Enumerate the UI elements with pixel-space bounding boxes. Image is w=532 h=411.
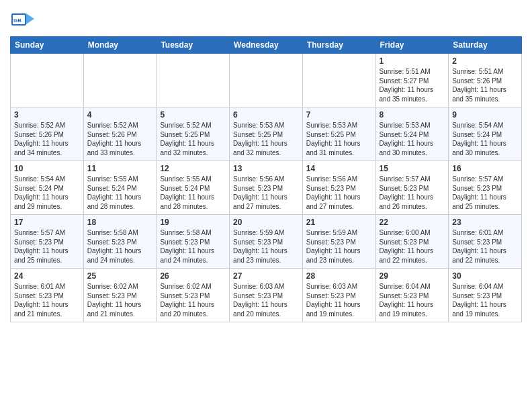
- day-info: Sunrise: 5:58 AM Sunset: 5:23 PM Dayligh…: [160, 228, 226, 265]
- calendar-day-cell: 5Sunrise: 5:52 AM Sunset: 5:25 PM Daylig…: [157, 107, 230, 161]
- day-info: Sunrise: 5:53 AM Sunset: 5:24 PM Dayligh…: [380, 121, 445, 157]
- day-number: 2: [452, 56, 518, 66]
- day-number: 29: [380, 271, 445, 281]
- calendar: SundayMondayTuesdayWednesdayThursdayFrid…: [10, 36, 522, 322]
- svg-text:GB: GB: [13, 17, 21, 24]
- calendar-day-cell: 27Sunrise: 6:03 AM Sunset: 5:23 PM Dayli…: [230, 269, 303, 322]
- day-number: 11: [87, 164, 153, 173]
- calendar-day-cell: 28Sunrise: 6:03 AM Sunset: 5:23 PM Dayli…: [302, 269, 375, 322]
- calendar-day-cell: 16Sunrise: 5:57 AM Sunset: 5:23 PM Dayli…: [449, 161, 522, 215]
- day-number: 23: [452, 218, 518, 227]
- day-number: 16: [452, 164, 518, 173]
- day-number: 3: [14, 110, 80, 120]
- day-info: Sunrise: 5:58 AM Sunset: 5:23 PM Dayligh…: [87, 228, 153, 265]
- logo: GB: [10, 7, 37, 31]
- day-number: 27: [233, 271, 299, 281]
- day-info: Sunrise: 5:53 AM Sunset: 5:25 PM Dayligh…: [233, 121, 299, 157]
- calendar-day-cell: 25Sunrise: 6:02 AM Sunset: 5:23 PM Dayli…: [83, 269, 157, 322]
- day-info: Sunrise: 5:51 AM Sunset: 5:27 PM Dayligh…: [380, 67, 445, 103]
- day-number: 5: [160, 110, 226, 120]
- weekday-header: Friday: [375, 37, 449, 54]
- day-info: Sunrise: 6:01 AM Sunset: 5:23 PM Dayligh…: [452, 228, 518, 265]
- calendar-day-cell: 24Sunrise: 6:01 AM Sunset: 5:23 PM Dayli…: [11, 269, 84, 322]
- calendar-day-cell: [11, 54, 84, 107]
- day-number: 28: [306, 271, 372, 281]
- calendar-day-cell: 6Sunrise: 5:53 AM Sunset: 5:25 PM Daylig…: [230, 107, 303, 161]
- calendar-week-row: 17Sunrise: 5:57 AM Sunset: 5:23 PM Dayli…: [11, 215, 522, 269]
- calendar-day-cell: 17Sunrise: 5:57 AM Sunset: 5:23 PM Dayli…: [11, 215, 84, 269]
- day-number: 21: [306, 218, 372, 227]
- day-info: Sunrise: 5:56 AM Sunset: 5:23 PM Dayligh…: [233, 175, 299, 211]
- day-info: Sunrise: 5:59 AM Sunset: 5:23 PM Dayligh…: [306, 228, 372, 265]
- calendar-day-cell: 26Sunrise: 6:02 AM Sunset: 5:23 PM Dayli…: [157, 269, 230, 322]
- day-info: Sunrise: 5:54 AM Sunset: 5:24 PM Dayligh…: [14, 175, 80, 211]
- calendar-day-cell: 19Sunrise: 5:58 AM Sunset: 5:23 PM Dayli…: [157, 215, 230, 269]
- calendar-day-cell: 2Sunrise: 5:51 AM Sunset: 5:26 PM Daylig…: [449, 54, 522, 107]
- day-number: 17: [14, 218, 80, 227]
- calendar-header-row: SundayMondayTuesdayWednesdayThursdayFrid…: [11, 37, 522, 54]
- calendar-day-cell: 29Sunrise: 6:04 AM Sunset: 5:23 PM Dayli…: [375, 269, 449, 322]
- calendar-day-cell: 23Sunrise: 6:01 AM Sunset: 5:23 PM Dayli…: [449, 215, 522, 269]
- weekday-header: Saturday: [449, 37, 522, 54]
- day-info: Sunrise: 6:02 AM Sunset: 5:23 PM Dayligh…: [160, 282, 226, 318]
- day-info: Sunrise: 5:52 AM Sunset: 5:26 PM Dayligh…: [14, 121, 80, 157]
- calendar-day-cell: 8Sunrise: 5:53 AM Sunset: 5:24 PM Daylig…: [375, 107, 449, 161]
- day-info: Sunrise: 5:57 AM Sunset: 5:23 PM Dayligh…: [452, 175, 518, 211]
- day-number: 9: [452, 110, 518, 120]
- day-info: Sunrise: 6:04 AM Sunset: 5:23 PM Dayligh…: [380, 282, 445, 318]
- day-number: 12: [160, 164, 226, 173]
- day-info: Sunrise: 5:52 AM Sunset: 5:25 PM Dayligh…: [160, 121, 226, 157]
- day-number: 24: [14, 271, 80, 281]
- calendar-day-cell: 3Sunrise: 5:52 AM Sunset: 5:26 PM Daylig…: [11, 107, 84, 161]
- day-info: Sunrise: 5:56 AM Sunset: 5:23 PM Dayligh…: [306, 175, 372, 211]
- calendar-day-cell: 30Sunrise: 6:04 AM Sunset: 5:23 PM Dayli…: [449, 269, 522, 322]
- svg-marker-1: [26, 13, 34, 24]
- day-number: 19: [160, 218, 226, 227]
- calendar-day-cell: [230, 54, 303, 107]
- weekday-header: Tuesday: [157, 37, 230, 54]
- header: GB: [10, 7, 522, 31]
- day-number: 13: [233, 164, 299, 173]
- calendar-day-cell: 21Sunrise: 5:59 AM Sunset: 5:23 PM Dayli…: [302, 215, 375, 269]
- day-number: 26: [160, 271, 226, 281]
- day-number: 8: [380, 110, 445, 120]
- day-info: Sunrise: 6:03 AM Sunset: 5:23 PM Dayligh…: [233, 282, 299, 318]
- calendar-day-cell: [302, 54, 375, 107]
- day-number: 1: [380, 56, 445, 66]
- day-number: 6: [233, 110, 299, 120]
- calendar-day-cell: 11Sunrise: 5:55 AM Sunset: 5:24 PM Dayli…: [83, 161, 157, 215]
- calendar-day-cell: 14Sunrise: 5:56 AM Sunset: 5:23 PM Dayli…: [302, 161, 375, 215]
- day-number: 25: [87, 271, 153, 281]
- day-info: Sunrise: 5:57 AM Sunset: 5:23 PM Dayligh…: [380, 175, 445, 211]
- calendar-day-cell: 20Sunrise: 5:59 AM Sunset: 5:23 PM Dayli…: [230, 215, 303, 269]
- day-info: Sunrise: 5:51 AM Sunset: 5:26 PM Dayligh…: [452, 67, 518, 103]
- day-info: Sunrise: 5:59 AM Sunset: 5:23 PM Dayligh…: [233, 228, 299, 265]
- calendar-day-cell: 10Sunrise: 5:54 AM Sunset: 5:24 PM Dayli…: [11, 161, 84, 215]
- calendar-day-cell: 18Sunrise: 5:58 AM Sunset: 5:23 PM Dayli…: [83, 215, 157, 269]
- weekday-header: Thursday: [302, 37, 375, 54]
- day-number: 14: [306, 164, 372, 173]
- calendar-day-cell: 15Sunrise: 5:57 AM Sunset: 5:23 PM Dayli…: [375, 161, 449, 215]
- day-info: Sunrise: 5:53 AM Sunset: 5:25 PM Dayligh…: [306, 121, 372, 157]
- calendar-day-cell: 9Sunrise: 5:54 AM Sunset: 5:24 PM Daylig…: [449, 107, 522, 161]
- logo-icon: GB: [10, 7, 34, 31]
- calendar-day-cell: [157, 54, 230, 107]
- day-info: Sunrise: 6:03 AM Sunset: 5:23 PM Dayligh…: [306, 282, 372, 318]
- day-number: 15: [380, 164, 445, 173]
- day-number: 30: [452, 271, 518, 281]
- day-info: Sunrise: 5:52 AM Sunset: 5:26 PM Dayligh…: [87, 121, 153, 157]
- day-info: Sunrise: 6:02 AM Sunset: 5:23 PM Dayligh…: [87, 282, 153, 318]
- page: GB SundayMondayTuesdayWednesdayThursdayF…: [0, 0, 532, 411]
- day-number: 22: [380, 218, 445, 227]
- weekday-header: Monday: [83, 37, 157, 54]
- calendar-day-cell: 13Sunrise: 5:56 AM Sunset: 5:23 PM Dayli…: [230, 161, 303, 215]
- day-info: Sunrise: 5:57 AM Sunset: 5:23 PM Dayligh…: [14, 228, 80, 265]
- calendar-day-cell: 4Sunrise: 5:52 AM Sunset: 5:26 PM Daylig…: [83, 107, 157, 161]
- day-number: 7: [306, 110, 372, 120]
- day-info: Sunrise: 5:55 AM Sunset: 5:24 PM Dayligh…: [160, 175, 226, 211]
- day-number: 18: [87, 218, 153, 227]
- calendar-day-cell: 7Sunrise: 5:53 AM Sunset: 5:25 PM Daylig…: [302, 107, 375, 161]
- calendar-day-cell: 1Sunrise: 5:51 AM Sunset: 5:27 PM Daylig…: [375, 54, 449, 107]
- calendar-day-cell: [83, 54, 157, 107]
- calendar-week-row: 3Sunrise: 5:52 AM Sunset: 5:26 PM Daylig…: [11, 107, 522, 161]
